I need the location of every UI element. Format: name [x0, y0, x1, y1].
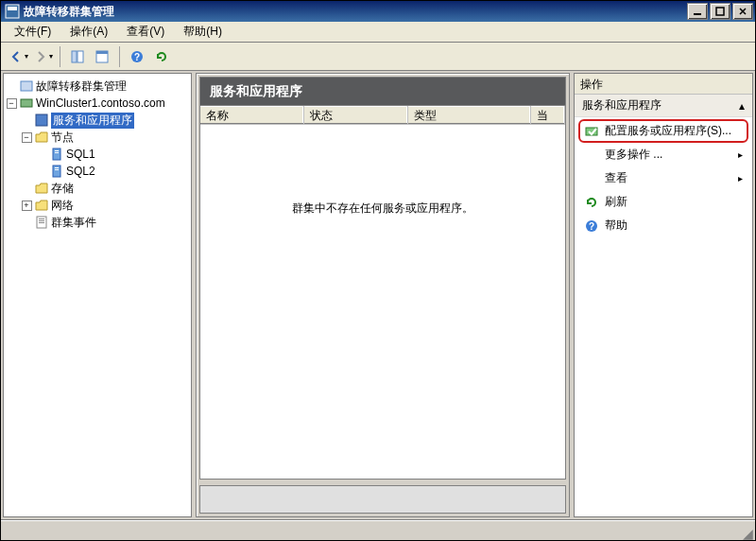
properties-button[interactable] [91, 45, 113, 68]
nav-forward-button[interactable]: ▾ [31, 45, 54, 68]
statusbar: ◢ [1, 519, 755, 540]
server-icon [49, 147, 64, 162]
list-header: 名称 状态 类型 当 [200, 106, 565, 125]
svg-rect-15 [55, 152, 59, 153]
actions-title: 操作 [575, 74, 752, 95]
configure-icon [584, 124, 599, 139]
action-configure-service[interactable]: 配置服务或应用程序(S)... [578, 119, 748, 143]
services-icon [34, 113, 49, 128]
svg-rect-22 [39, 222, 44, 223]
action-label: 刷新 [605, 194, 627, 210]
center-panel: 服务和应用程序 名称 状态 类型 当 群集中不存在任何服务或应用程序。 [196, 73, 570, 517]
cluster-icon [19, 96, 34, 111]
svg-rect-5 [77, 51, 83, 62]
blank-icon [584, 171, 599, 186]
server-icon [49, 164, 64, 179]
resize-grip-icon[interactable]: ◢ [743, 527, 753, 540]
tree-node-sql1[interactable]: SQL1 [4, 146, 191, 163]
collapse-icon[interactable]: − [22, 132, 32, 143]
tree-services[interactable]: 服务和应用程序 [4, 112, 191, 129]
svg-rect-21 [39, 220, 44, 221]
show-tree-button[interactable] [66, 45, 89, 68]
center-heading: 服务和应用程序 [199, 77, 566, 105]
refresh-tool-button[interactable] [150, 45, 173, 68]
window-title: 故障转移群集管理 [24, 4, 681, 20]
tree-cluster[interactable]: − WinCluster1.contoso.com [4, 95, 191, 112]
help-button[interactable]: ? [126, 45, 148, 68]
svg-rect-13 [53, 148, 60, 160]
action-label: 帮助 [605, 218, 627, 234]
nav-back-button[interactable]: ▾ [7, 45, 29, 68]
svg-rect-14 [55, 150, 59, 151]
action-refresh[interactable]: 刷新 [578, 190, 748, 214]
tree-node-sql2[interactable]: SQL2 [4, 163, 191, 180]
action-help[interactable]: ? 帮助 [578, 214, 748, 237]
toolbar-separator-2 [119, 46, 120, 67]
svg-rect-18 [55, 169, 59, 170]
storage-folder-icon [34, 181, 49, 196]
help-icon: ? [584, 218, 599, 234]
svg-rect-1 [8, 7, 17, 10]
menubar: 文件(F) 操作(A) 查看(V) 帮助(H) [1, 22, 755, 43]
menu-help[interactable]: 帮助(H) [174, 22, 232, 42]
tree-storage[interactable]: 存储 [4, 180, 191, 197]
body-area: 故障转移群集管理 − WinCluster1.contoso.com 服务和应用… [1, 71, 755, 519]
tree-nodes[interactable]: − 节点 [4, 129, 191, 146]
actions-section-label: 服务和应用程序 [582, 97, 662, 113]
networks-folder-icon [34, 198, 49, 213]
svg-rect-4 [72, 51, 77, 62]
svg-rect-7 [96, 51, 108, 54]
actions-body: 配置服务或应用程序(S)... 更多操作 ... ▸ 查看 ▸ 刷新 [575, 117, 752, 516]
tree-panel: 故障转移群集管理 − WinCluster1.contoso.com 服务和应用… [3, 73, 192, 517]
action-label: 查看 [605, 170, 627, 186]
cluster-mgmt-icon [19, 79, 34, 94]
list-body[interactable]: 群集中不存在任何服务或应用程序。 [200, 125, 565, 479]
col-status[interactable]: 状态 [304, 106, 408, 124]
center-list: 名称 状态 类型 当 群集中不存在任何服务或应用程序。 [199, 105, 566, 480]
action-view[interactable]: 查看 ▸ [578, 166, 748, 190]
blank-icon [584, 148, 599, 163]
chevron-right-icon: ▸ [738, 149, 743, 160]
col-name[interactable]: 名称 [200, 106, 304, 124]
collapse-icon[interactable]: − [7, 98, 17, 109]
empty-message: 群集中不存在任何服务或应用程序。 [200, 201, 565, 217]
action-label: 更多操作 ... [605, 147, 662, 163]
action-label: 配置服务或应用程序(S)... [605, 123, 731, 139]
tree-events[interactable]: 群集事件 [4, 214, 191, 231]
expand-icon[interactable]: + [22, 201, 32, 211]
center-upper: 服务和应用程序 名称 状态 类型 当 群集中不存在任何服务或应用程序。 [199, 77, 566, 480]
svg-rect-12 [36, 114, 47, 126]
details-pane [199, 485, 566, 514]
events-icon [34, 215, 49, 230]
minimize-button[interactable] [687, 3, 708, 20]
menu-action[interactable]: 操作(A) [60, 22, 117, 42]
actions-panel: 操作 服务和应用程序 ▴ 配置服务或应用程序(S)... 更多操作 ... ▸ … [574, 73, 753, 517]
col-extra[interactable]: 当 [531, 106, 565, 124]
app-icon [5, 4, 20, 19]
nodes-folder-icon [34, 130, 49, 145]
svg-rect-2 [694, 13, 701, 15]
action-more[interactable]: 更多操作 ... ▸ [578, 143, 748, 166]
col-type[interactable]: 类型 [408, 106, 531, 124]
tree[interactable]: 故障转移群集管理 − WinCluster1.contoso.com 服务和应用… [4, 74, 191, 516]
tree-networks[interactable]: + 网络 [4, 197, 191, 214]
maximize-button[interactable] [710, 3, 730, 20]
window: 故障转移群集管理 文件(F) 操作(A) 查看(V) 帮助(H) ▾ ▾ ? [0, 0, 756, 541]
chevron-up-icon: ▴ [739, 99, 745, 113]
svg-text:?: ? [589, 221, 594, 232]
tree-root[interactable]: 故障转移群集管理 [4, 78, 191, 95]
close-button[interactable] [732, 3, 753, 20]
refresh-icon [584, 195, 599, 210]
svg-rect-11 [21, 99, 32, 107]
svg-rect-17 [55, 167, 59, 168]
titlebar: 故障转移群集管理 [1, 1, 755, 22]
menu-view[interactable]: 查看(V) [117, 22, 174, 42]
toolbar: ▾ ▾ ? [1, 43, 755, 71]
svg-rect-16 [53, 166, 60, 177]
svg-rect-20 [39, 218, 44, 219]
toolbar-separator [60, 46, 60, 67]
svg-rect-3 [716, 8, 724, 15]
menu-file[interactable]: 文件(F) [5, 22, 60, 42]
actions-section-heading[interactable]: 服务和应用程序 ▴ [575, 95, 752, 117]
svg-rect-10 [21, 81, 32, 91]
